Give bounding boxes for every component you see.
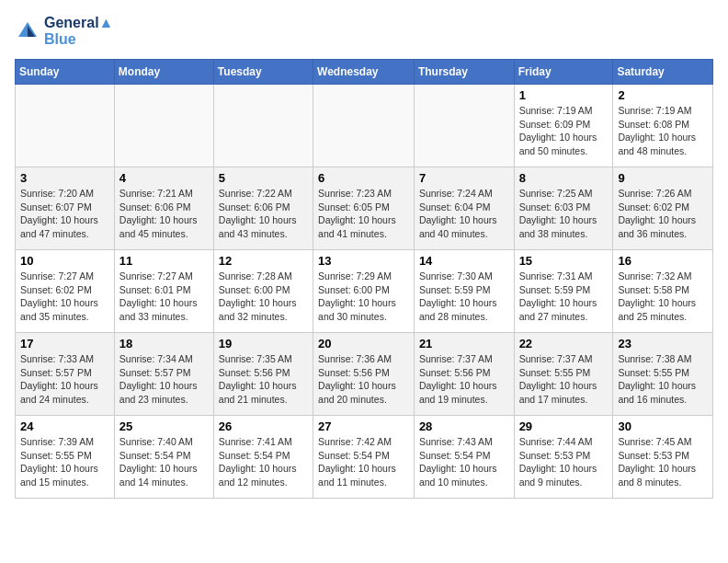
- calendar-cell: 16Sunrise: 7:32 AM Sunset: 5:58 PM Dayli…: [613, 250, 713, 333]
- calendar-week-row: 1Sunrise: 7:19 AM Sunset: 6:09 PM Daylig…: [16, 85, 713, 167]
- day-number: 11: [119, 254, 209, 268]
- weekday-header: Friday: [514, 60, 613, 85]
- calendar-cell: 20Sunrise: 7:36 AM Sunset: 5:56 PM Dayli…: [313, 333, 415, 416]
- calendar-cell: 30Sunrise: 7:45 AM Sunset: 5:53 PM Dayli…: [613, 416, 713, 499]
- day-info: Sunrise: 7:34 AM Sunset: 5:57 PM Dayligh…: [119, 352, 209, 407]
- day-info: Sunrise: 7:44 AM Sunset: 5:53 PM Dayligh…: [519, 435, 609, 489]
- day-info: Sunrise: 7:39 AM Sunset: 5:55 PM Dayligh…: [20, 435, 109, 489]
- day-number: 3: [20, 171, 109, 185]
- weekday-header: Wednesday: [313, 60, 415, 85]
- calendar-cell: 5Sunrise: 7:22 AM Sunset: 6:06 PM Daylig…: [213, 167, 313, 250]
- day-number: 29: [519, 419, 609, 433]
- day-info: Sunrise: 7:30 AM Sunset: 5:59 PM Dayligh…: [419, 270, 509, 324]
- calendar-cell: 9Sunrise: 7:26 AM Sunset: 6:02 PM Daylig…: [613, 167, 713, 250]
- day-info: Sunrise: 7:42 AM Sunset: 5:54 PM Dayligh…: [318, 435, 409, 489]
- calendar-cell: 14Sunrise: 7:30 AM Sunset: 5:59 PM Dayli…: [414, 250, 514, 333]
- day-number: 28: [419, 419, 509, 433]
- day-number: 20: [318, 337, 409, 350]
- day-number: 19: [219, 337, 308, 350]
- weekday-header: Tuesday: [213, 60, 313, 85]
- day-info: Sunrise: 7:25 AM Sunset: 6:03 PM Dayligh…: [519, 187, 609, 241]
- calendar-cell: 11Sunrise: 7:27 AM Sunset: 6:01 PM Dayli…: [114, 250, 213, 333]
- day-number: 30: [618, 419, 708, 433]
- calendar-cell: [313, 85, 415, 167]
- day-info: Sunrise: 7:22 AM Sunset: 6:06 PM Dayligh…: [219, 187, 308, 241]
- day-info: Sunrise: 7:38 AM Sunset: 5:55 PM Dayligh…: [618, 352, 708, 407]
- day-info: Sunrise: 7:20 AM Sunset: 6:07 PM Dayligh…: [20, 187, 109, 241]
- day-number: 9: [618, 171, 708, 185]
- day-info: Sunrise: 7:36 AM Sunset: 5:56 PM Dayligh…: [318, 352, 409, 407]
- calendar-cell: 21Sunrise: 7:37 AM Sunset: 5:56 PM Dayli…: [414, 333, 514, 416]
- day-info: Sunrise: 7:33 AM Sunset: 5:57 PM Dayligh…: [20, 352, 109, 407]
- calendar-week-row: 3Sunrise: 7:20 AM Sunset: 6:07 PM Daylig…: [16, 167, 713, 250]
- day-info: Sunrise: 7:19 AM Sunset: 6:09 PM Dayligh…: [519, 104, 609, 158]
- day-info: Sunrise: 7:27 AM Sunset: 6:01 PM Dayligh…: [119, 270, 209, 324]
- day-number: 2: [618, 88, 708, 102]
- day-info: Sunrise: 7:43 AM Sunset: 5:54 PM Dayligh…: [419, 435, 509, 489]
- calendar-cell: 23Sunrise: 7:38 AM Sunset: 5:55 PM Dayli…: [613, 333, 713, 416]
- calendar-cell: 13Sunrise: 7:29 AM Sunset: 6:00 PM Dayli…: [313, 250, 415, 333]
- calendar-cell: 7Sunrise: 7:24 AM Sunset: 6:04 PM Daylig…: [414, 167, 514, 250]
- day-number: 7: [419, 171, 509, 185]
- calendar-cell: 2Sunrise: 7:19 AM Sunset: 6:08 PM Daylig…: [613, 85, 713, 167]
- calendar-cell: 27Sunrise: 7:42 AM Sunset: 5:54 PM Dayli…: [313, 416, 415, 499]
- calendar-week-row: 17Sunrise: 7:33 AM Sunset: 5:57 PM Dayli…: [16, 333, 713, 416]
- day-info: Sunrise: 7:26 AM Sunset: 6:02 PM Dayligh…: [618, 187, 708, 241]
- logo-icon: [15, 18, 40, 44]
- calendar-cell: [114, 85, 213, 167]
- calendar-cell: 3Sunrise: 7:20 AM Sunset: 6:07 PM Daylig…: [16, 167, 115, 250]
- logo: General▲ Blue: [15, 15, 113, 48]
- calendar-cell: 25Sunrise: 7:40 AM Sunset: 5:54 PM Dayli…: [114, 416, 213, 499]
- day-info: Sunrise: 7:19 AM Sunset: 6:08 PM Dayligh…: [618, 104, 708, 158]
- weekday-header: Saturday: [613, 60, 713, 85]
- calendar-cell: [16, 85, 115, 167]
- day-number: 15: [519, 254, 609, 268]
- day-number: 4: [119, 171, 209, 185]
- day-number: 16: [618, 254, 708, 268]
- calendar-body: 1Sunrise: 7:19 AM Sunset: 6:09 PM Daylig…: [16, 85, 713, 499]
- day-number: 18: [119, 337, 209, 350]
- calendar-cell: 12Sunrise: 7:28 AM Sunset: 6:00 PM Dayli…: [213, 250, 313, 333]
- day-info: Sunrise: 7:29 AM Sunset: 6:00 PM Dayligh…: [318, 270, 409, 324]
- day-number: 27: [318, 419, 409, 433]
- calendar-cell: 18Sunrise: 7:34 AM Sunset: 5:57 PM Dayli…: [114, 333, 213, 416]
- page-header: General▲ Blue: [15, 15, 713, 48]
- day-number: 26: [219, 419, 308, 433]
- day-number: 12: [219, 254, 308, 268]
- calendar-cell: 17Sunrise: 7:33 AM Sunset: 5:57 PM Dayli…: [16, 333, 115, 416]
- calendar-cell: 4Sunrise: 7:21 AM Sunset: 6:06 PM Daylig…: [114, 167, 213, 250]
- day-number: 1: [519, 88, 609, 102]
- day-number: 24: [20, 419, 109, 433]
- weekday-header: Monday: [114, 60, 213, 85]
- day-info: Sunrise: 7:37 AM Sunset: 5:56 PM Dayligh…: [419, 352, 509, 407]
- day-number: 14: [419, 254, 509, 268]
- day-number: 17: [20, 337, 109, 350]
- day-number: 23: [618, 337, 708, 350]
- day-info: Sunrise: 7:32 AM Sunset: 5:58 PM Dayligh…: [618, 270, 708, 324]
- calendar-cell: 10Sunrise: 7:27 AM Sunset: 6:02 PM Dayli…: [16, 250, 115, 333]
- weekday-header: Sunday: [16, 60, 115, 85]
- day-info: Sunrise: 7:37 AM Sunset: 5:55 PM Dayligh…: [519, 352, 609, 407]
- day-number: 8: [519, 171, 609, 185]
- day-number: 22: [519, 337, 609, 350]
- day-info: Sunrise: 7:41 AM Sunset: 5:54 PM Dayligh…: [219, 435, 308, 489]
- calendar-cell: 26Sunrise: 7:41 AM Sunset: 5:54 PM Dayli…: [213, 416, 313, 499]
- day-info: Sunrise: 7:31 AM Sunset: 5:59 PM Dayligh…: [519, 270, 609, 324]
- day-number: 5: [219, 171, 308, 185]
- day-number: 25: [119, 419, 209, 433]
- calendar-header-row: SundayMondayTuesdayWednesdayThursdayFrid…: [16, 60, 713, 85]
- calendar-cell: 8Sunrise: 7:25 AM Sunset: 6:03 PM Daylig…: [514, 167, 613, 250]
- calendar-week-row: 10Sunrise: 7:27 AM Sunset: 6:02 PM Dayli…: [16, 250, 713, 333]
- day-info: Sunrise: 7:23 AM Sunset: 6:05 PM Dayligh…: [318, 187, 409, 241]
- calendar-cell: 1Sunrise: 7:19 AM Sunset: 6:09 PM Daylig…: [514, 85, 613, 167]
- day-info: Sunrise: 7:45 AM Sunset: 5:53 PM Dayligh…: [618, 435, 708, 489]
- calendar-cell: [213, 85, 313, 167]
- calendar-cell: 29Sunrise: 7:44 AM Sunset: 5:53 PM Dayli…: [514, 416, 613, 499]
- day-number: 6: [318, 171, 409, 185]
- calendar-cell: 28Sunrise: 7:43 AM Sunset: 5:54 PM Dayli…: [414, 416, 514, 499]
- calendar-cell: 15Sunrise: 7:31 AM Sunset: 5:59 PM Dayli…: [514, 250, 613, 333]
- calendar-cell: 22Sunrise: 7:37 AM Sunset: 5:55 PM Dayli…: [514, 333, 613, 416]
- day-number: 13: [318, 254, 409, 268]
- day-info: Sunrise: 7:40 AM Sunset: 5:54 PM Dayligh…: [119, 435, 209, 489]
- day-info: Sunrise: 7:21 AM Sunset: 6:06 PM Dayligh…: [119, 187, 209, 241]
